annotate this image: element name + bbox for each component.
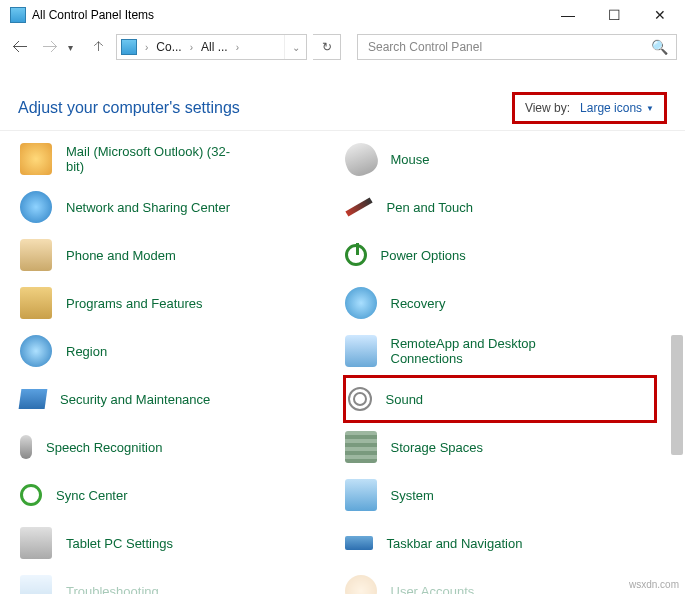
vertical-scrollbar[interactable] <box>671 135 683 581</box>
taskbar-nav-item[interactable]: Taskbar and Navigation <box>343 519 658 567</box>
mouse-item[interactable]: Mouse <box>343 135 658 183</box>
region-item[interactable]: Region <box>18 327 333 375</box>
troubleshooting-item-icon <box>20 575 52 594</box>
forward-button[interactable]: 🡢 <box>38 35 62 59</box>
view-by-value: Large icons <box>580 101 642 115</box>
item-label: Troubleshooting <box>66 584 159 595</box>
minimize-button[interactable]: — <box>545 0 591 30</box>
pen-touch-item[interactable]: Pen and Touch <box>343 183 658 231</box>
maximize-button[interactable]: ☐ <box>591 0 637 30</box>
item-label: System <box>391 488 434 503</box>
taskbar-nav-item-icon <box>345 536 373 550</box>
view-by-dropdown[interactable]: Large icons ▼ <box>580 101 654 115</box>
item-label: Sync Center <box>56 488 128 503</box>
tablet-pc-item-icon <box>20 527 52 559</box>
pen-touch-item-icon <box>345 197 372 216</box>
back-button[interactable]: 🡠 <box>8 35 32 59</box>
refresh-button[interactable]: ↻ <box>313 34 341 60</box>
sound-item-icon <box>348 387 372 411</box>
item-label: Power Options <box>381 248 466 263</box>
item-label: Storage Spaces <box>391 440 484 455</box>
item-label: Security and Maintenance <box>60 392 210 407</box>
phone-modem-item-icon <box>20 239 52 271</box>
header-row: Adjust your computer's settings View by:… <box>0 84 685 130</box>
address-icon <box>121 39 137 55</box>
security-maintenance-item[interactable]: Security and Maintenance <box>18 375 333 423</box>
mail-item-icon <box>20 143 52 175</box>
security-maintenance-item-icon <box>19 389 48 409</box>
item-label: RemoteApp and Desktop Connections <box>391 336 571 366</box>
remoteapp-item[interactable]: RemoteApp and Desktop Connections <box>343 327 658 375</box>
power-options-item-icon <box>345 244 367 266</box>
tablet-pc-item[interactable]: Tablet PC Settings <box>18 519 333 567</box>
phone-modem-item[interactable]: Phone and Modem <box>18 231 333 279</box>
speech-recognition-item-icon <box>20 435 32 459</box>
item-label: Mouse <box>391 152 430 167</box>
troubleshooting-item[interactable]: Troubleshooting <box>18 567 333 594</box>
programs-features-item[interactable]: Programs and Features <box>18 279 333 327</box>
control-panel-icon <box>10 7 26 23</box>
item-label: Network and Sharing Center <box>66 200 230 215</box>
view-by-label: View by: <box>525 101 570 115</box>
item-label: Phone and Modem <box>66 248 176 263</box>
network-sharing-item-icon <box>20 191 52 223</box>
up-button[interactable]: 🡡 <box>88 36 110 58</box>
address-bar[interactable]: › Co... › All ... › ⌄ <box>116 34 307 60</box>
item-label: Speech Recognition <box>46 440 162 455</box>
item-label: Programs and Features <box>66 296 203 311</box>
address-dropdown[interactable]: ⌄ <box>284 35 306 59</box>
chevron-right-icon: › <box>188 42 195 53</box>
mail-item[interactable]: Mail (Microsoft Outlook) (32-bit) <box>18 135 333 183</box>
item-label: Recovery <box>391 296 446 311</box>
item-label: Tablet PC Settings <box>66 536 173 551</box>
user-accounts-item[interactable]: User Accounts <box>343 567 658 594</box>
remoteapp-item-icon <box>345 335 377 367</box>
title-bar: All Control Panel Items — ☐ ✕ <box>0 0 685 30</box>
page-heading: Adjust your computer's settings <box>18 99 240 117</box>
sound-item[interactable]: Sound <box>343 375 658 423</box>
sync-center-item[interactable]: Sync Center <box>18 471 333 519</box>
window-title: All Control Panel Items <box>32 8 545 22</box>
watermark: wsxdn.com <box>629 579 679 590</box>
search-icon[interactable]: 🔍 <box>651 39 668 55</box>
history-dropdown[interactable]: ▾ <box>68 42 82 53</box>
user-accounts-item-icon <box>345 575 377 594</box>
recovery-item[interactable]: Recovery <box>343 279 658 327</box>
item-label: Pen and Touch <box>387 200 474 215</box>
mouse-item-icon <box>340 138 381 179</box>
region-item-icon <box>20 335 52 367</box>
sync-center-item-icon <box>20 484 42 506</box>
item-label: Sound <box>386 392 424 407</box>
breadcrumb-seg-2[interactable]: All ... <box>197 40 232 54</box>
system-item[interactable]: System <box>343 471 658 519</box>
scroll-thumb[interactable] <box>671 335 683 455</box>
item-label: Mail (Microsoft Outlook) (32-bit) <box>66 144 246 174</box>
speech-recognition-item[interactable]: Speech Recognition <box>18 423 333 471</box>
programs-features-item-icon <box>20 287 52 319</box>
search-box[interactable]: 🔍 <box>357 34 677 60</box>
search-input[interactable] <box>366 39 651 55</box>
content-area: Mail (Microsoft Outlook) (32-bit)MouseNe… <box>0 130 685 588</box>
recovery-item-icon <box>345 287 377 319</box>
chevron-down-icon: ▼ <box>646 104 654 113</box>
item-label: Region <box>66 344 107 359</box>
power-options-item[interactable]: Power Options <box>343 231 658 279</box>
network-sharing-item[interactable]: Network and Sharing Center <box>18 183 333 231</box>
close-button[interactable]: ✕ <box>637 0 683 30</box>
storage-spaces-item-icon <box>345 431 377 463</box>
nav-toolbar: 🡠 🡢 ▾ 🡡 › Co... › All ... › ⌄ ↻ 🔍 <box>0 30 685 64</box>
view-by-control: View by: Large icons ▼ <box>512 92 667 124</box>
system-item-icon <box>345 479 377 511</box>
item-label: Taskbar and Navigation <box>387 536 523 551</box>
item-label: User Accounts <box>391 584 475 595</box>
chevron-right-icon: › <box>143 42 150 53</box>
breadcrumb-seg-1[interactable]: Co... <box>152 40 185 54</box>
storage-spaces-item[interactable]: Storage Spaces <box>343 423 658 471</box>
chevron-right-icon: › <box>234 42 241 53</box>
